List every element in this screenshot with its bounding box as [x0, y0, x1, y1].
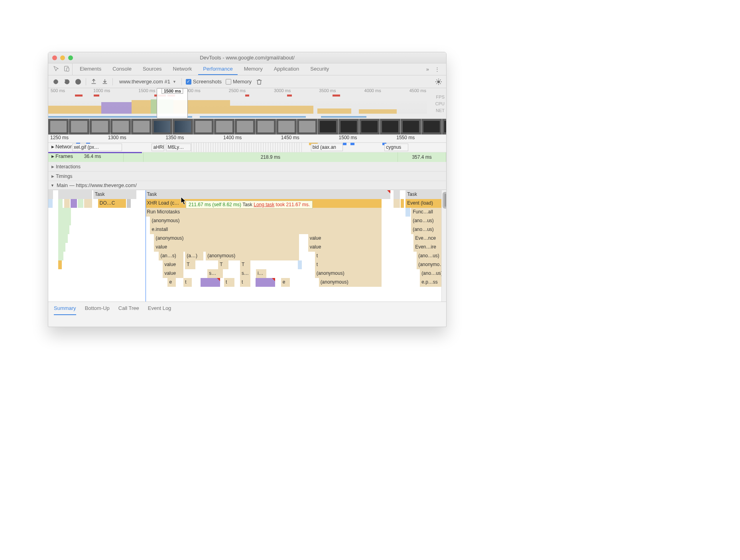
flame-entry[interactable] — [71, 199, 77, 208]
network-request[interactable]: bid (aax.an — [311, 144, 343, 151]
screenshot-thumb[interactable] — [173, 119, 193, 134]
frames-track[interactable]: ▶ Frames 218.9 ms 357.4 ms 36.4 ms — [48, 152, 446, 162]
screenshot-thumb[interactable] — [318, 119, 339, 134]
vertical-scrollbar[interactable] — [441, 190, 446, 302]
flame-entry[interactable] — [298, 260, 302, 269]
device-toggle-icon[interactable] — [63, 65, 70, 73]
more-tabs-icon[interactable]: » — [426, 66, 429, 72]
flame-task[interactable] — [394, 190, 400, 199]
details-tab-bottomup[interactable]: Bottom-Up — [85, 302, 110, 315]
flame-entry[interactable]: Func…all — [411, 208, 446, 217]
network-request[interactable]: aHR0c — [152, 144, 164, 151]
details-tab-calltree[interactable]: Call Tree — [118, 302, 139, 315]
flame-chart[interactable]: Task Task Task DO…C XHR Load (c… Event (… — [48, 190, 446, 302]
flame-entry[interactable]: t — [315, 260, 382, 269]
network-request[interactable]: xel.gif (px… — [72, 144, 122, 151]
screenshot-thumb[interactable] — [90, 119, 110, 134]
flame-entry[interactable]: s… — [207, 269, 223, 278]
flame-entry[interactable] — [58, 199, 63, 208]
screenshot-thumb[interactable] — [297, 119, 318, 134]
reload-record-icon[interactable] — [63, 78, 71, 85]
flame-entry[interactable]: T — [218, 260, 228, 269]
flame-entry[interactable]: i… — [256, 269, 266, 278]
screenshot-thumb[interactable] — [256, 119, 276, 134]
frame-block[interactable] — [124, 152, 144, 162]
flame-entry[interactable]: value — [308, 243, 382, 252]
network-request[interactable]: M6Ly… — [166, 144, 191, 151]
screenshot-thumb[interactable] — [48, 119, 69, 134]
flame-entry[interactable] — [58, 243, 65, 252]
flame-entry[interactable] — [78, 199, 83, 208]
flame-entry[interactable]: t — [315, 252, 382, 260]
screenshot-thumb[interactable] — [276, 119, 297, 134]
flame-entry[interactable]: (ano…us) — [411, 217, 446, 225]
flame-entry[interactable] — [58, 208, 71, 217]
flame-entry[interactable] — [127, 199, 131, 208]
screenshot-thumb[interactable] — [442, 119, 446, 134]
flame-entry[interactable] — [256, 278, 275, 287]
flame-entry[interactable]: Run Microtasks — [146, 208, 382, 217]
flame-entry[interactable]: (ano…us) — [411, 225, 446, 234]
download-profile-icon[interactable] — [101, 78, 108, 85]
detail-ruler[interactable]: 1250 ms 1300 ms 1350 ms 1400 ms 1450 ms … — [48, 135, 446, 143]
flame-entry[interactable]: e — [167, 278, 176, 287]
kebab-menu-icon[interactable]: ⋮ — [435, 66, 440, 72]
tab-network[interactable]: Network — [168, 63, 197, 75]
flame-entry[interactable]: s… — [240, 269, 250, 278]
flame-entry[interactable] — [58, 252, 63, 260]
flame-entry[interactable] — [58, 260, 62, 269]
interactions-track[interactable]: ▶ Interactions — [48, 162, 446, 172]
screenshot-thumb[interactable] — [214, 119, 235, 134]
tab-sources[interactable]: Sources — [138, 63, 167, 75]
flame-entry[interactable] — [64, 199, 70, 208]
tab-memory[interactable]: Memory — [239, 63, 268, 75]
flame-entry[interactable]: value — [154, 243, 299, 252]
screenshot-thumb[interactable] — [110, 119, 131, 134]
tooltip-longtask-link[interactable]: Long task — [254, 202, 274, 207]
main-track-header[interactable]: ▼ Main — https://www.theverge.com/ — [48, 181, 446, 190]
flame-entry[interactable]: (anonymous) — [206, 252, 299, 260]
flame-entry[interactable]: value — [308, 234, 382, 243]
tab-security[interactable]: Security — [305, 63, 334, 75]
timings-track[interactable]: ▶ Timings — [48, 172, 446, 181]
flame-entry[interactable]: (anonymous) — [154, 234, 299, 243]
screenshot-thumb[interactable] — [380, 119, 401, 134]
screenshot-thumb[interactable] — [339, 119, 359, 134]
expand-icon[interactable]: ▶ — [48, 165, 56, 169]
flame-entry[interactable] — [201, 278, 220, 287]
network-track[interactable]: ▶ Network xel.gif (px… aHR0c M6Ly… bid (… — [48, 143, 446, 152]
flame-entry[interactable]: value — [163, 260, 183, 269]
profile-select[interactable]: www.theverge.com #1 ▼ — [117, 79, 177, 85]
tab-console[interactable]: Console — [108, 63, 136, 75]
tab-application[interactable]: Application — [269, 63, 304, 75]
flame-entry[interactable] — [405, 208, 410, 217]
flame-entry[interactable] — [48, 199, 53, 208]
settings-icon[interactable] — [435, 78, 442, 85]
frame-block[interactable]: 357.4 ms — [398, 152, 446, 162]
flame-entry[interactable] — [401, 199, 404, 208]
screenshot-thumb[interactable] — [152, 119, 173, 134]
screenshots-toggle[interactable]: ✓ Screenshots — [186, 79, 222, 85]
screenshot-thumb[interactable] — [359, 119, 380, 134]
inspect-icon[interactable] — [53, 65, 59, 73]
flame-entry[interactable]: e — [281, 278, 290, 287]
overview-selection[interactable]: 1500 ms — [157, 88, 188, 118]
minimize-window-button[interactable] — [60, 55, 65, 60]
flame-entry[interactable]: value — [163, 269, 183, 278]
flame-entry[interactable]: e.install — [150, 225, 382, 234]
upload-profile-icon[interactable] — [90, 78, 97, 85]
tab-elements[interactable]: Elements — [75, 63, 106, 75]
memory-toggle[interactable]: Memory — [226, 79, 252, 85]
flame-entry[interactable] — [58, 234, 68, 243]
clear-icon[interactable] — [75, 78, 82, 85]
flame-entry[interactable] — [58, 225, 69, 234]
flame-entry[interactable]: t — [240, 278, 250, 287]
garbage-collect-icon[interactable] — [256, 78, 263, 85]
overview-timeline[interactable]: 500 ms 1000 ms 1500 ms 2000 ms 2500 ms 3… — [48, 88, 446, 119]
flame-task[interactable] — [48, 190, 53, 199]
flame-entry[interactable]: t — [224, 278, 234, 287]
tab-performance[interactable]: Performance — [198, 63, 237, 75]
screenshot-thumb[interactable] — [193, 119, 214, 134]
flame-entry[interactable] — [58, 217, 71, 225]
flame-entry[interactable]: (anonymous) — [150, 217, 382, 225]
